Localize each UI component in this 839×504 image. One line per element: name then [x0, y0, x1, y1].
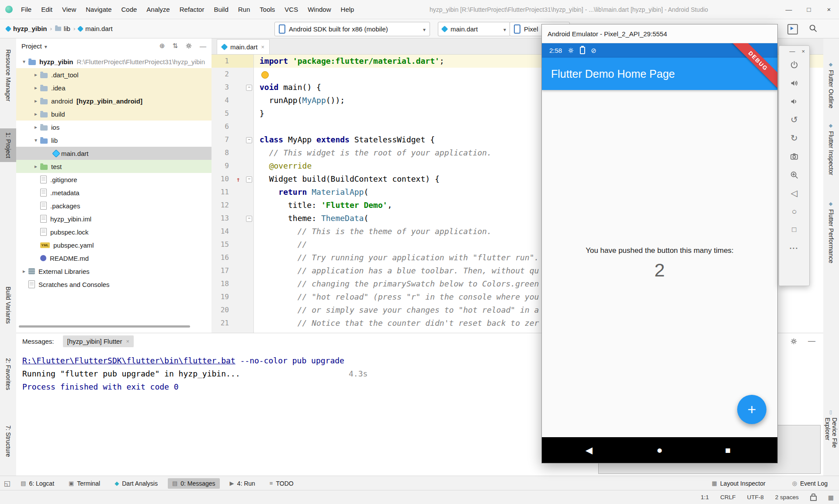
locate-file-icon[interactable]: ⊕ [159, 42, 165, 50]
intention-bulb-icon[interactable] [261, 71, 269, 79]
tree-row-lib[interactable]: ▾lib [16, 134, 211, 147]
close-button[interactable]: × [819, 0, 839, 19]
hide-panel-icon[interactable]: — [200, 42, 206, 50]
rotate-left-icon[interactable]: ↺ [785, 110, 804, 129]
fold-marker-icon[interactable]: − [246, 137, 252, 143]
screen-reader-icon[interactable]: ▦ [828, 494, 834, 501]
device-selector[interactable]: Android SDK built for x86 (mobile) [274, 22, 430, 36]
tree-row-hyzp-yibin[interactable]: ▾hyzp_yibinR:\FlutterProject\FlutterProj… [16, 55, 211, 68]
code-text[interactable]: return MaterialApp( [253, 186, 368, 199]
menu-item-file[interactable]: File [16, 0, 36, 19]
tree-chevron-icon[interactable]: ▸ [31, 124, 40, 130]
menu-item-build[interactable]: Build [209, 0, 233, 19]
tool-button-1-project[interactable]: 1: Project [0, 128, 16, 162]
code-text[interactable]: // or simply save your changes to "hot r… [253, 304, 539, 317]
home-icon[interactable]: ○ [785, 202, 804, 221]
emulator-minimize-button[interactable]: — [789, 48, 795, 55]
tool-button-flutter-performance[interactable]: ◆Flutter Performance [823, 197, 839, 267]
chevron-down-icon[interactable] [45, 42, 47, 50]
tree-chevron-icon[interactable]: ▾ [31, 137, 40, 143]
fold-marker-icon[interactable]: − [246, 216, 252, 222]
line-number[interactable]: 8 [211, 146, 232, 159]
menu-item-edit[interactable]: Edit [36, 0, 57, 19]
tree-row-hyzp-yibin-iml[interactable]: hyzp_yibin.iml [16, 212, 211, 225]
line-number[interactable]: 5 [211, 107, 232, 120]
menu-item-analyze[interactable]: Analyze [142, 0, 174, 19]
collapse-all-icon[interactable]: ⇅ [172, 42, 178, 50]
tool-button-flutter-inspector[interactable]: ◆Flutter Inspector [823, 119, 839, 179]
tab-main-dart[interactable]: main.dart × [217, 39, 270, 54]
nav-overview-icon[interactable]: ■ [725, 437, 731, 463]
tree-chevron-icon[interactable]: ▸ [31, 111, 40, 117]
fold-marker-icon[interactable]: − [246, 85, 252, 91]
tool-button-4-run[interactable]: ▶4: Run [225, 478, 260, 489]
menu-item-navigate[interactable]: Navigate [81, 0, 116, 19]
status-2-spaces[interactable]: 2 spaces [775, 494, 799, 501]
tree-chevron-icon[interactable]: ▸ [31, 98, 40, 104]
gear-icon[interactable] [185, 42, 192, 49]
tree-row-idea[interactable]: ▸.idea [16, 81, 211, 94]
menu-item-vcs[interactable]: VCS [280, 0, 303, 19]
tree-row-android[interactable]: ▸android[hyzp_yibin_android] [16, 94, 211, 107]
override-marker-icon[interactable]: ↑ [236, 176, 240, 183]
console-link[interactable]: R:\Flutter\FlutterSDK\flutter\bin\flutte… [22, 356, 236, 365]
code-text[interactable]: // This widget is the root of your appli… [253, 146, 492, 159]
tree-row-gitignore[interactable]: .gitignore [16, 173, 211, 186]
tree-chevron-icon[interactable]: ▸ [31, 163, 40, 169]
tree-row-pubspec-yaml[interactable]: YMLpubspec.yaml [16, 238, 211, 252]
code-text[interactable]: // application has a blue toolbar. Then,… [253, 264, 539, 277]
breadcrumb-hyzp-yibin[interactable]: hyzp_yibin [6, 25, 47, 32]
tree-row-build[interactable]: ▸build [16, 107, 211, 121]
code-text[interactable]: // "hot reload" (press "r" in the consol… [253, 290, 539, 304]
menu-item-run[interactable]: Run [233, 0, 255, 19]
messages-tab-flutter[interactable]: [hyzp_yibin] Flutter × [63, 335, 134, 347]
tree-row-scratches-and-consoles[interactable]: Scratches and Consoles [16, 278, 211, 291]
code-text[interactable]: // changing the primarySwatch below to C… [253, 277, 539, 290]
menu-item-refactor[interactable]: Refactor [175, 0, 209, 19]
code-text[interactable]: // [253, 238, 307, 251]
close-icon[interactable]: × [126, 338, 129, 345]
line-number[interactable]: 4 [211, 94, 232, 107]
tool-button-terminal[interactable]: ▣Terminal [64, 478, 104, 489]
code-text[interactable]: void main() { [253, 81, 321, 94]
increment-fab-button[interactable]: + [737, 395, 766, 424]
tree-row-metadata[interactable]: .metadata [16, 186, 211, 199]
power-icon[interactable] [785, 55, 804, 74]
menu-item-window[interactable]: Window [303, 0, 336, 19]
minimize-button[interactable]: — [779, 0, 799, 19]
status-utf-8[interactable]: UTF-8 [747, 494, 763, 501]
code-text[interactable]: import 'package:flutter/material.dart'; [253, 55, 444, 68]
tree-row-ios[interactable]: ▸ios [16, 121, 211, 134]
line-number[interactable]: 6 [211, 120, 232, 133]
line-number[interactable]: 16 [211, 251, 232, 264]
breadcrumb-lib[interactable]: lib [55, 25, 70, 32]
screenshot-icon[interactable] [785, 147, 804, 166]
menu-item-tools[interactable]: Tools [255, 0, 280, 19]
fold-marker-icon[interactable]: − [246, 176, 252, 183]
status-1-1[interactable]: 1:1 [700, 494, 709, 501]
tool-button-7-structure[interactable]: 7: Structure [0, 421, 16, 461]
tool-button-2-favorites[interactable]: 2: Favorites [0, 354, 16, 394]
breadcrumb-main-dart[interactable]: main.dart [78, 25, 113, 32]
code-text[interactable]: // Try running your application with "fl… [253, 251, 539, 264]
tool-button-build-variants[interactable]: Build Variants [0, 283, 16, 328]
code-text[interactable]: class MyApp extends StatelessWidget { [253, 133, 435, 146]
tree-chevron-icon[interactable]: ▸ [31, 85, 40, 91]
project-panel-title[interactable]: Project [21, 42, 42, 50]
line-number[interactable]: 10 [211, 173, 232, 186]
search-everywhere-icon[interactable] [808, 24, 818, 35]
menu-item-view[interactable]: View [57, 0, 81, 19]
overview-icon[interactable]: □ [785, 221, 804, 239]
line-number[interactable]: 2 [211, 68, 232, 81]
emulator-title-bar[interactable]: Android Emulator - Pixel_2_API_29:5554 [542, 24, 777, 43]
zoom-icon[interactable] [785, 166, 804, 184]
tool-button-0-messages[interactable]: ▤0: Messages [168, 478, 220, 489]
tree-row-packages[interactable]: .packages [16, 199, 211, 212]
tool-button-device-file-explorer[interactable]: ▯Device File Explorer [823, 405, 839, 476]
gear-icon[interactable] [790, 338, 797, 345]
back-icon[interactable]: ◁ [785, 184, 804, 202]
line-number[interactable]: 21 [211, 317, 232, 330]
volume-up-icon[interactable] [785, 74, 804, 92]
line-number[interactable]: 13 [211, 212, 232, 225]
tool-button-todo[interactable]: ≡TODO [265, 478, 298, 489]
